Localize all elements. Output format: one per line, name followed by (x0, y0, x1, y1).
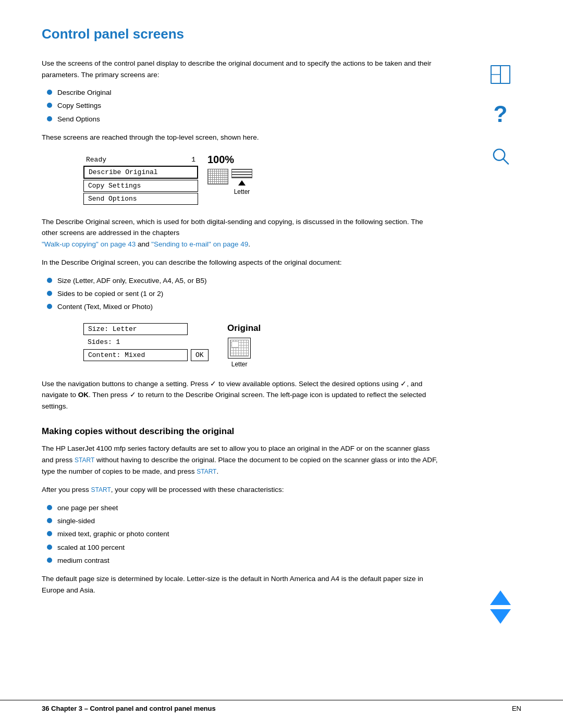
link-sending-email[interactable]: "Sending to e-mail" on page 49 (151, 240, 248, 248)
bullet-dot (47, 103, 52, 108)
ready-label: Ready (86, 156, 106, 164)
list-item-text: single-sided (57, 516, 95, 526)
letter-label: Letter (234, 188, 250, 195)
screen-ready-row: Ready 1 (83, 154, 198, 166)
section2-para1: The HP LaserJet 4100 mfp series factory … (42, 443, 438, 477)
grid-icon-graphic (207, 169, 228, 184)
describe-paragraph2: In the Describe Original screen, you can… (42, 257, 438, 268)
describe-aspects-list: Size (Letter, ADF only, Executive, A4, A… (42, 276, 438, 313)
bullet-dot (47, 116, 52, 121)
top-level-screen-mockup: Ready 1 Describe Original Copy Settings … (42, 154, 438, 206)
svg-line-6 (503, 159, 508, 164)
bullet-dot (47, 545, 52, 550)
ready-number: 1 (191, 156, 195, 164)
characteristics-list: one page per sheet single-sided mixed te… (42, 503, 438, 566)
search-icon[interactable] (492, 146, 510, 167)
default-page-text: The default page size is determined by l… (42, 573, 438, 596)
section2-heading: Making copies without describing the ori… (42, 426, 438, 437)
intro-paragraph: Use the screens of the control panel dis… (42, 58, 438, 80)
link-between-text: and (138, 240, 151, 248)
screen-right-panel: 100% Letter (207, 154, 252, 195)
screen-menu-item-copy: Copy Settings (83, 180, 198, 192)
list-item-text: one page per sheet (57, 503, 118, 513)
svg-rect-1 (500, 66, 510, 83)
list-item: medium contrast (47, 556, 438, 566)
bullet-dot (47, 304, 52, 309)
list-item: mixed text, graphic or photo content (47, 529, 438, 539)
list-item: Copy Settings (47, 101, 438, 111)
ok-button: OK (191, 349, 209, 361)
bullet-dot (47, 531, 52, 536)
arrow-down-icon[interactable] (490, 609, 511, 624)
striped-icon (231, 169, 252, 178)
list-item-text: medium contrast (57, 556, 109, 566)
bullet-dot (47, 518, 52, 523)
original-content-row: Content: Mixed OK (83, 349, 209, 361)
list-item-text: mixed text, graphic or photo content (57, 529, 169, 539)
list-item-text: Sides to be copied or sent (1 or 2) (57, 289, 163, 299)
describe-paragraph1: The Describe Original screen, which is u… (42, 216, 438, 250)
original-title: Original (227, 323, 261, 334)
original-size-row: Size: Letter (83, 323, 209, 335)
list-item-text: Content (Text, Mixed or Photo) (57, 302, 153, 312)
original-icon-graphic (228, 338, 251, 359)
book-icon[interactable] (489, 63, 512, 86)
right-sidebar: ? (480, 0, 521, 728)
list-item-text: Describe Original (57, 88, 112, 98)
list-item: scaled at 100 percent (47, 542, 438, 553)
up-arrow-icon (238, 180, 246, 186)
original-letter-label: Letter (231, 361, 248, 368)
start-text3: START (91, 486, 111, 493)
list-item: Sides to be copied or sent (1 or 2) (47, 289, 438, 299)
screen-right-col: Letter (231, 169, 252, 195)
original-screen-left: Size: Letter Sides: 1 Content: Mixed OK (83, 323, 209, 363)
list-item-text: scaled at 100 percent (57, 542, 125, 553)
original-icon-area: Original Letter (218, 323, 261, 368)
start-text1: START (75, 456, 94, 464)
list-item-text: Copy Settings (57, 101, 101, 111)
screens-reached-text: These screens are reached through the to… (42, 132, 438, 143)
list-item-text: Size (Letter, ADF only, Executive, A4, A… (57, 276, 206, 286)
link-walkup-copying[interactable]: "Walk-up copying" on page 43 (42, 240, 136, 248)
footer-left: 36 Chapter 3 – Control panel and control… (42, 705, 216, 712)
grid-icon (207, 169, 228, 195)
list-item: Size (Letter, ADF only, Executive, A4, A… (47, 276, 438, 286)
list-item-text: Send Options (57, 114, 100, 125)
bullet-dot (47, 505, 52, 510)
bullet-dot (47, 291, 52, 296)
original-sides-row: Sides: 1 (83, 337, 209, 348)
original-sides-field: Sides: 1 (83, 337, 188, 348)
navigation-text: Use the navigation buttons to change a s… (42, 378, 438, 412)
bullet-dot (47, 278, 52, 283)
question-icon[interactable]: ? (492, 102, 510, 130)
arrow-up-icon[interactable] (490, 590, 511, 605)
start-text2: START (197, 468, 216, 475)
list-item: Content (Text, Mixed or Photo) (47, 302, 438, 312)
section2-para2: After you press START, your copy will be… (42, 484, 438, 496)
list-item: Describe Original (47, 88, 438, 98)
screen-left-panel: Ready 1 Describe Original Copy Settings … (83, 154, 198, 206)
list-item: Send Options (47, 114, 438, 125)
bullet-dot (47, 90, 52, 95)
chapter-title: Control panel screens (42, 26, 438, 42)
percentage-display: 100% (207, 154, 234, 166)
list-item: single-sided (47, 516, 438, 526)
original-content-field: Content: Mixed (83, 349, 188, 361)
list-item: one page per sheet (47, 503, 438, 513)
primary-screens-list: Describe Original Copy Settings Send Opt… (42, 88, 438, 125)
svg-text:?: ? (494, 103, 508, 127)
original-size-field: Size: Letter (83, 323, 188, 335)
page-footer: 36 Chapter 3 – Control panel and control… (0, 700, 563, 712)
screen-menu-item-send: Send Options (83, 193, 198, 205)
screen-icons-row: Letter (207, 169, 252, 195)
bullet-dot (47, 558, 52, 563)
original-screen-mockup: Size: Letter Sides: 1 Content: Mixed OK … (42, 323, 438, 368)
nav-arrows (490, 590, 511, 624)
screen-menu-item-describe: Describe Original (83, 166, 198, 179)
